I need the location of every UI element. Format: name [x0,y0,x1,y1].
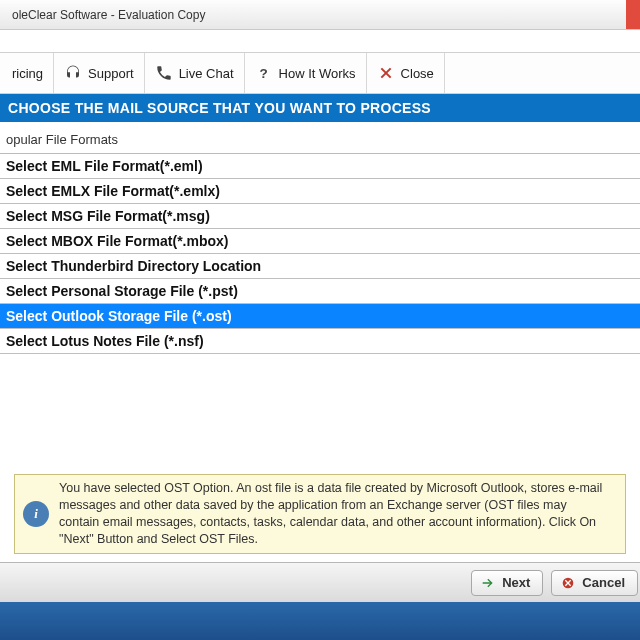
format-item-label: Select Personal Storage File (*.pst) [6,283,238,299]
toolbar-live-chat[interactable]: Live Chat [145,53,245,93]
phone-icon [155,64,173,82]
window-controls [626,0,640,29]
question-icon: ? [255,64,273,82]
format-item-label: Select MBOX File Format(*.mbox) [6,233,228,249]
main-content: opular File Formats Select EML File Form… [0,122,640,554]
headset-icon [64,64,82,82]
format-item-label: Select Thunderbird Directory Location [6,258,261,274]
cancel-button[interactable]: Cancel [551,570,638,596]
format-item[interactable]: Select Lotus Notes File (*.nsf) [0,329,640,354]
toolbar-close[interactable]: Close [367,53,445,93]
format-item-label: Select Outlook Storage File (*.ost) [6,308,232,324]
window-title: oleClear Software - Evaluation Copy [12,8,205,22]
format-item[interactable]: Select Thunderbird Directory Location [0,254,640,279]
cancel-icon [560,575,576,591]
window-close-button[interactable] [626,0,640,29]
format-item-label: Select EMLX File Format(*.emlx) [6,183,220,199]
format-item[interactable]: Select Personal Storage File (*.pst) [0,279,640,304]
arrow-right-icon [480,575,496,591]
toolbar: ricing Support Live Chat ? How It Works … [0,52,640,94]
toolbar-label: Live Chat [179,66,234,81]
section-label: opular File Formats [0,122,640,153]
step-banner: CHOOSE THE MAIL SOURCE THAT YOU WANT TO … [0,94,640,122]
toolbar-pricing[interactable]: ricing [2,53,54,93]
info-icon: i [23,501,49,527]
format-item[interactable]: Select MSG File Format(*.msg) [0,204,640,229]
banner-text: CHOOSE THE MAIL SOURCE THAT YOU WANT TO … [8,100,431,116]
info-text: You have selected OST Option. An ost fil… [59,480,609,548]
format-item[interactable]: Select EMLX File Format(*.emlx) [0,179,640,204]
titlebar: oleClear Software - Evaluation Copy [0,0,640,30]
toolbar-label: Close [401,66,434,81]
format-item[interactable]: Select MBOX File Format(*.mbox) [0,229,640,254]
info-box: i You have selected OST Option. An ost f… [14,474,626,554]
toolbar-label: How It Works [279,66,356,81]
button-label: Cancel [582,575,625,590]
toolbar-spacer [0,30,640,52]
toolbar-support[interactable]: Support [54,53,145,93]
format-item[interactable]: Select Outlook Storage File (*.ost) [0,304,640,329]
format-item-label: Select MSG File Format(*.msg) [6,208,210,224]
toolbar-label: Support [88,66,134,81]
next-button[interactable]: Next [471,570,543,596]
svg-text:?: ? [259,66,267,81]
format-item[interactable]: Select EML File Format(*.eml) [0,154,640,179]
button-label: Next [502,575,530,590]
format-item-label: Select Lotus Notes File (*.nsf) [6,333,204,349]
format-item-label: Select EML File Format(*.eml) [6,158,203,174]
window-chrome-bottom [0,602,640,640]
toolbar-label: ricing [12,66,43,81]
toolbar-how-it-works[interactable]: ? How It Works [245,53,367,93]
footer: Next Cancel [0,562,640,602]
close-icon [377,64,395,82]
format-list: Select EML File Format(*.eml)Select EMLX… [0,153,640,354]
